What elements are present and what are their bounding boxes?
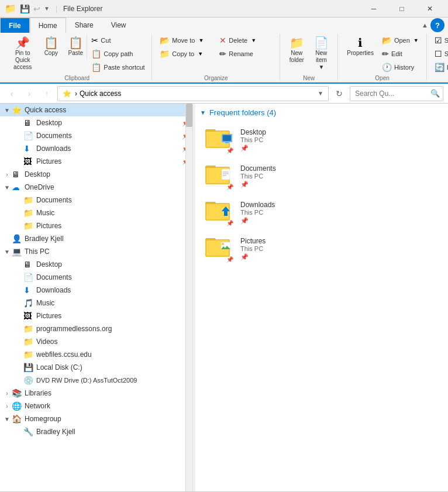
address-path[interactable]: ⭐ › Quick access ▼: [57, 86, 329, 101]
move-to-button[interactable]: 📂 Move to ▼: [157, 34, 215, 47]
scrollbar-thumb[interactable]: [186, 104, 192, 127]
edit-icon: ✏: [382, 49, 389, 59]
pictures-qa-icon: 🖼: [23, 157, 34, 166]
sidebar-item-pc-documents[interactable]: 📄 Documents: [0, 271, 192, 284]
titlebar-undo-icon[interactable]: ↩: [33, 4, 40, 13]
svg-rect-5: [225, 142, 229, 143]
sidebar-item-desktop-root[interactable]: › 🖥 Desktop: [0, 168, 192, 181]
sidebar-item-programmed[interactable]: 📁 programmedlessons.org: [0, 322, 192, 335]
sidebar-item-webfiles[interactable]: 📁 webfiles.ccsu.edu: [0, 348, 192, 361]
sidebar-item-downloads-qa[interactable]: ⬇ Downloads 📌: [0, 142, 192, 155]
nav-forward-button[interactable]: ›: [22, 87, 36, 101]
sidebar-item-dvd[interactable]: 💿 DVD RW Drive (D:) AssTutOct2009: [0, 374, 192, 387]
expand-quick-access[interactable]: ▼: [2, 105, 12, 115]
ribbon-help-area: ▲ ?: [418, 18, 448, 33]
select-all-button[interactable]: ☑ Select all: [432, 34, 448, 47]
sidebar-item-od-documents[interactable]: 📁 Documents: [0, 194, 192, 207]
sidebar-item-od-pictures[interactable]: 📁 Pictures: [0, 219, 192, 232]
sidebar-item-homegroup[interactable]: ▼ 🏠 Homegroup: [0, 412, 192, 425]
nav-up-button[interactable]: ↑: [40, 87, 54, 101]
nav-back-button[interactable]: ‹: [5, 87, 19, 101]
cut-button[interactable]: ✂ Cut: [88, 34, 147, 47]
expand-desktop-root[interactable]: ›: [2, 170, 12, 179]
pc-downloads-icon: ⬇: [23, 285, 34, 295]
expand-onedrive[interactable]: ▼: [2, 183, 12, 192]
sidebar-item-od-music[interactable]: 📁 Music: [0, 207, 192, 219]
new-item-button[interactable]: 📄 Newitem ▼: [309, 34, 333, 74]
new-folder-button[interactable]: 📁 New folder: [285, 34, 308, 67]
folder-item-documents[interactable]: 📌 Documents This PC 📌: [200, 158, 443, 194]
folder-item-downloads[interactable]: 📌 Downloads This PC 📌: [200, 194, 443, 230]
minimize-button[interactable]: ─: [360, 0, 387, 18]
delete-button[interactable]: ✕ Delete ▼: [216, 34, 275, 47]
sidebar-item-documents-qa[interactable]: 📄 Documents 📌: [0, 129, 192, 142]
folder-info-downloads: Downloads This PC 📌: [240, 201, 275, 225]
expand-this-pc[interactable]: ▼: [2, 247, 12, 256]
this-pc-icon: 💻: [12, 247, 22, 256]
history-icon: 🕐: [382, 63, 392, 72]
folder-item-desktop[interactable]: 📌 Desktop This PC 📌: [200, 122, 443, 158]
sidebar-item-bradley-kjell[interactable]: 👤 Bradley Kjell: [0, 232, 192, 245]
select-none-button[interactable]: ☐ Select none: [432, 47, 448, 60]
sidebar-item-desktop-qa[interactable]: 🖥 Desktop 📌: [0, 116, 192, 129]
tab-share[interactable]: Share: [66, 18, 102, 33]
expand-network[interactable]: ›: [2, 401, 12, 411]
expand-libraries[interactable]: ›: [2, 388, 12, 398]
sidebar-item-videos[interactable]: 📁 Videos: [0, 335, 192, 348]
copy-path-button[interactable]: 📋 Copy path: [88, 47, 147, 60]
titlebar-save-icon[interactable]: 💾: [20, 4, 30, 13]
search-icon: 🔍: [430, 89, 440, 98]
sidebar-item-quick-access[interactable]: ▼ ⭐ Quick access: [0, 104, 192, 116]
sidebar-item-local-disk[interactable]: 💾 Local Disk (C:): [0, 361, 192, 374]
tab-view[interactable]: View: [102, 18, 135, 33]
od-music-icon: 📁: [23, 208, 34, 218]
paste-button[interactable]: 📋 Paste: [64, 34, 87, 60]
titlebar-dropdown-icon[interactable]: ▼: [44, 5, 50, 12]
search-input[interactable]: [350, 86, 443, 101]
sidebar-item-network[interactable]: › 🌐 Network: [0, 400, 192, 412]
pin-quickaccess-button[interactable]: 📌 Pin to Quick access: [7, 34, 38, 74]
libraries-icon: 📚: [12, 388, 22, 398]
paste-shortcut-button[interactable]: 📋 Paste shortcut: [88, 61, 147, 74]
sidebar-item-bradley-kjell2[interactable]: 🔧 Bradley Kjell: [0, 425, 192, 438]
open-col: 📂 Open ▼ ✏ Edit 🕐 History: [379, 34, 422, 74]
folder-item-pictures[interactable]: 📌 Pictures This PC 📌: [200, 230, 443, 267]
ribbon-content: 📌 Pin to Quick access 📋 Copy 📋 Paste ✂: [0, 33, 448, 82]
sidebar-item-pc-pictures[interactable]: 🖼 Pictures: [0, 309, 192, 322]
pin-pictures-icon: 📌: [226, 256, 233, 263]
rename-button[interactable]: ✏ Rename: [216, 47, 275, 60]
sidebar-item-libraries[interactable]: › 📚 Libraries: [0, 387, 192, 400]
address-path-text: ›: [75, 90, 77, 98]
programmed-icon: 📁: [23, 324, 34, 333]
tab-home[interactable]: Home: [30, 18, 66, 33]
invert-selection-button[interactable]: 🔄 Invert selection: [432, 61, 448, 74]
documents-folder-svg: [205, 162, 233, 187]
copy-to-button[interactable]: 📁 Copy to ▼: [157, 47, 215, 60]
properties-button[interactable]: ℹ Properties: [343, 34, 378, 60]
sidebar-item-pc-downloads[interactable]: ⬇ Downloads: [0, 284, 192, 297]
ribbon-wrapper: File Home Share View ▲ ? 📌 Pin to Quick …: [0, 18, 448, 84]
copy-button[interactable]: 📋 Copy: [39, 34, 63, 60]
address-dropdown-icon[interactable]: ▼: [318, 90, 323, 97]
edit-button[interactable]: ✏ Edit: [379, 47, 422, 60]
sidebar-scrollbar[interactable]: [185, 104, 192, 491]
new-buttons: 📁 New folder 📄 Newitem ▼: [285, 34, 333, 74]
webfiles-icon: 📁: [23, 350, 34, 359]
sidebar-item-pc-desktop[interactable]: 🖥 Desktop: [0, 258, 192, 271]
maximize-button[interactable]: □: [388, 0, 415, 18]
expand-homegroup[interactable]: ▼: [2, 414, 12, 424]
section-header[interactable]: ▼ Frequent folders (4): [200, 108, 443, 117]
cut-icon: ✂: [91, 36, 98, 45]
refresh-button[interactable]: ↻: [332, 87, 346, 101]
close-button[interactable]: ✕: [416, 0, 443, 18]
quick-access-icon: ⭐: [12, 105, 22, 115]
history-button[interactable]: 🕐 History: [379, 61, 422, 74]
open-button[interactable]: 📂 Open ▼: [379, 34, 422, 47]
folder-icon-downloads: 📌: [205, 198, 233, 226]
sidebar-item-pc-music[interactable]: 🎵 Music: [0, 297, 192, 309]
sidebar-item-onedrive[interactable]: ▼ ☁ OneDrive: [0, 181, 192, 194]
tab-file[interactable]: File: [0, 18, 30, 33]
help-button[interactable]: ?: [430, 18, 444, 32]
sidebar-item-this-pc[interactable]: ▼ 💻 This PC: [0, 245, 192, 258]
sidebar-item-pictures-qa[interactable]: 🖼 Pictures 📌: [0, 155, 192, 168]
